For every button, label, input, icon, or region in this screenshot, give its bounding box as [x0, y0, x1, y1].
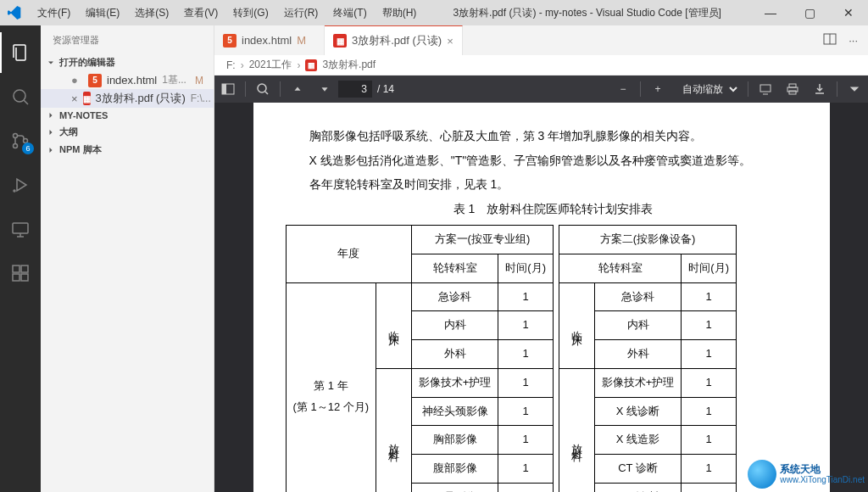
close-icon[interactable]: ×: [71, 92, 78, 105]
breadcrumb[interactable]: F: › 2021工作 › ▦ 3放射科.pdf: [214, 55, 868, 75]
svg-point-2: [14, 144, 18, 148]
activity-extensions-icon[interactable]: [0, 253, 41, 294]
download-icon[interactable]: [806, 75, 833, 103]
section-npm[interactable]: NPM 脚本: [41, 141, 214, 159]
find-icon[interactable]: [249, 75, 276, 103]
toggle-sidebar-icon[interactable]: [214, 75, 242, 103]
breadcrumb-seg[interactable]: 2021工作: [249, 58, 292, 72]
svg-point-1: [14, 134, 18, 138]
pdf-file-icon: ▦: [83, 92, 91, 105]
zoom-select[interactable]: 自动缩放: [675, 79, 741, 99]
chevron-right-icon: ›: [241, 59, 244, 71]
menu-run[interactable]: 运行(R): [277, 3, 326, 24]
menu-go[interactable]: 转到(G): [226, 3, 275, 24]
activity-search-icon[interactable]: [0, 76, 41, 117]
html-file-icon: 5: [223, 34, 236, 48]
watermark-title: 系统天地: [780, 464, 865, 475]
prev-page-icon[interactable]: [284, 75, 311, 103]
maximize-button[interactable]: ▢: [790, 0, 829, 25]
svg-rect-7: [13, 274, 19, 281]
file-path-hint: F:\...: [191, 92, 211, 104]
modified-indicator: M: [195, 75, 210, 87]
pdf-file-icon: ▦: [333, 34, 347, 48]
watermark-url: www.XiTongTianDi.net: [780, 475, 865, 484]
svg-rect-14: [760, 85, 771, 92]
activity-remote-icon[interactable]: [0, 209, 41, 249]
tab-label: 3放射科.pdf (只读): [352, 33, 442, 48]
svg-point-4: [14, 190, 15, 192]
tab-pdf[interactable]: ▦ 3放射科.pdf (只读) ×: [325, 25, 463, 55]
breadcrumb-seg[interactable]: 3放射科.pdf: [322, 58, 376, 72]
svg-rect-15: [789, 84, 796, 87]
tab-label: index.html: [242, 34, 292, 47]
menu-view[interactable]: 查看(V): [177, 3, 225, 24]
pdf-toolbar: / 14 − + 自动缩放: [214, 75, 868, 103]
svg-point-13: [258, 84, 266, 92]
activity-scm-icon[interactable]: 6: [0, 120, 41, 161]
page-number-input[interactable]: [338, 81, 372, 98]
pdf-viewport[interactable]: 胸部影像包括呼吸系统、心脏及大血管，第 3 年增加乳腺影像的相关内容。 X 线造…: [214, 103, 868, 492]
editor-tabs: 5 index.html M ▦ 3放射科.pdf (只读) × ···: [214, 25, 868, 55]
svg-point-0: [14, 90, 25, 102]
modified-indicator: M: [297, 34, 306, 47]
activity-debug-icon[interactable]: [0, 165, 41, 205]
open-editors-label: 打开的编辑器: [59, 56, 115, 69]
svg-rect-5: [13, 223, 28, 233]
vscode-logo-icon: [7, 5, 22, 20]
explorer-sidebar: 资源管理器 打开的编辑器 ● 5 index.html 1基... M × ▦ …: [41, 25, 214, 492]
paragraph: 胸部影像包括呼吸系统、心脏及大血管，第 3 年增加乳腺影像的相关内容。: [286, 125, 798, 148]
menu-terminal[interactable]: 终端(T): [326, 3, 373, 24]
html-file-icon: 5: [88, 74, 102, 87]
section-label: MY-NOTES: [59, 110, 108, 120]
open-editors-header[interactable]: 打开的编辑器: [41, 53, 214, 71]
chevron-right-icon: ›: [297, 59, 300, 71]
zoom-in-icon[interactable]: +: [644, 75, 671, 103]
title-bar: 文件(F) 编辑(E) 选择(S) 查看(V) 转到(G) 运行(R) 终端(T…: [0, 0, 868, 25]
file-name: index.html: [107, 74, 157, 87]
activity-explorer-icon[interactable]: [0, 32, 41, 73]
page-total: / 14: [372, 83, 394, 95]
menu-file[interactable]: 文件(F): [31, 3, 77, 24]
table-title: 表 1 放射科住院医师轮转计划安排表: [286, 198, 798, 221]
pdf-file-icon: ▦: [305, 59, 317, 71]
svg-rect-8: [21, 274, 28, 281]
minimize-button[interactable]: —: [751, 0, 790, 25]
section-outline[interactable]: 大纲: [41, 123, 214, 141]
menu-help[interactable]: 帮助(H): [376, 3, 424, 24]
section-mynotes[interactable]: MY-NOTES: [41, 108, 214, 123]
tools-icon[interactable]: [841, 75, 868, 103]
zoom-out-icon[interactable]: −: [609, 75, 637, 103]
explorer-title: 资源管理器: [41, 25, 214, 53]
open-editor-item-html[interactable]: ● 5 index.html 1基... M: [41, 71, 214, 89]
scm-badge: 6: [22, 143, 34, 154]
watermark-globe-icon: [748, 460, 776, 489]
section-label: 大纲: [59, 126, 78, 138]
more-actions-icon[interactable]: ···: [849, 34, 858, 47]
file-name: 3放射科.pdf (只读): [96, 91, 186, 106]
open-editor-item-pdf[interactable]: × ▦ 3放射科.pdf (只读) F:\...: [41, 89, 214, 108]
window-controls: — ▢ ✕: [751, 0, 868, 25]
schedule-table-left: 年度 方案一(按亚专业组) 轮转科室时间(月) 第 1 年 (第 1～12 个月…: [286, 225, 554, 492]
tab-index-html[interactable]: 5 index.html M: [214, 25, 325, 55]
presentation-icon[interactable]: [752, 75, 779, 103]
close-tab-icon[interactable]: ×: [447, 35, 453, 48]
schedule-table-right: 方案二(按影像设备) 轮转科室时间(月) 临床 急诊科1 内科1 外科1 放射科…: [559, 225, 737, 492]
next-page-icon[interactable]: [311, 75, 338, 103]
activity-bar: 6: [0, 25, 41, 492]
menu-edit[interactable]: 编辑(E): [79, 3, 126, 24]
print-icon[interactable]: [779, 75, 806, 103]
window-title: 3放射科.pdf (只读) - my-notes - Visual Studio…: [423, 6, 751, 20]
menu-bar: 文件(F) 编辑(E) 选择(S) 查看(V) 转到(G) 运行(R) 终端(T…: [31, 3, 423, 24]
breadcrumb-seg[interactable]: F:: [226, 59, 236, 71]
pdf-page: 胸部影像包括呼吸系统、心脏及大血管，第 3 年增加乳腺影像的相关内容。 X 线造…: [253, 103, 830, 492]
section-label: NPM 脚本: [59, 143, 102, 156]
svg-rect-12: [222, 84, 226, 94]
split-editor-icon[interactable]: [823, 32, 837, 48]
svg-rect-6: [13, 266, 19, 272]
paragraph: X 线造影包括消化道造影、"T"管造影、子宫输卵管造影以及各种瘘管或窦道造影等。: [286, 149, 798, 172]
paragraph: 各年度轮转科室及时间安排，见表 1。: [286, 173, 798, 196]
svg-rect-9: [21, 266, 28, 272]
close-button[interactable]: ✕: [829, 0, 868, 25]
menu-selection[interactable]: 选择(S): [128, 3, 175, 24]
dirty-dot-icon: ●: [71, 74, 83, 87]
